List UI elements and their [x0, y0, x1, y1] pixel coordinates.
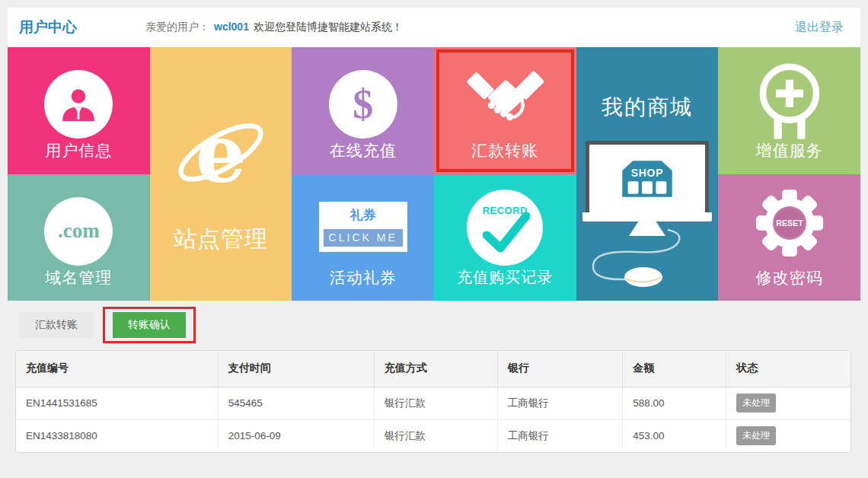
- cell-payment-time: 2015-06-09: [218, 419, 374, 452]
- monitor-base-bar: [582, 212, 712, 221]
- cell-bank: 工商银行: [497, 419, 622, 452]
- table-header-row: 充值编号 支付时间 充值方式 银行 金额 状态: [16, 351, 850, 387]
- table-row: EN1441531685 545465 银行汇款 工商银行 588.00 未处理: [16, 387, 850, 419]
- page-title: 用户中心: [19, 18, 77, 37]
- welcome-prefix: 亲爱的用户：: [145, 21, 209, 33]
- tile-label: 活动礼券: [292, 267, 434, 288]
- col-header-amount: 金额: [623, 351, 726, 387]
- tile-label: 修改密码: [718, 267, 860, 288]
- coupon-title: 礼券: [319, 202, 407, 229]
- tab-transfer-confirm[interactable]: 转账确认: [113, 312, 186, 338]
- tile-label: 在线充值: [292, 140, 434, 161]
- dotcom-icon: .com: [44, 197, 113, 266]
- tile-online-recharge[interactable]: $ 在线充值: [292, 47, 434, 174]
- tile-value-added-services[interactable]: 增值服务: [718, 47, 860, 174]
- tile-site-management[interactable]: e 站点管理: [150, 47, 292, 301]
- shop-monitor-icon: SHOP: [586, 141, 709, 212]
- cell-amount: 588.00: [623, 387, 726, 419]
- col-header-recharge-method: 充值方式: [374, 351, 497, 387]
- top-bar: 用户中心 亲爱的用户：wcl001欢迎您登陆博捷智能建站系统！ 退出登录: [8, 8, 860, 47]
- tile-label: 充值购买记录: [434, 267, 576, 288]
- col-header-payment-time: 支付时间: [218, 351, 374, 387]
- welcome-message: 亲爱的用户：wcl001欢迎您登陆博捷智能建站系统！: [145, 21, 403, 34]
- svg-text:RESET: RESET: [776, 218, 803, 228]
- cell-payment-time: 545465: [218, 387, 374, 419]
- col-header-status: 状态: [726, 351, 850, 387]
- welcome-suffix: 欢迎您登陆博捷智能建站系统！: [254, 21, 403, 33]
- cell-bank: 工商银行: [497, 387, 622, 419]
- col-header-recharge-id: 充值编号: [16, 351, 218, 387]
- tile-my-mall[interactable]: 我的商城 SHOP: [576, 47, 719, 301]
- cell-recharge-id: EN1441531685: [16, 387, 218, 419]
- cell-recharge-method: 银行汇款: [374, 387, 497, 419]
- mouse-icon: [576, 228, 719, 295]
- tile-change-password[interactable]: RESET 修改密码: [718, 174, 860, 301]
- user-icon: [44, 70, 113, 139]
- username: wcl001: [214, 21, 249, 33]
- coupon-icon: 礼券 CLICK ME: [319, 202, 407, 252]
- click-me-button[interactable]: CLICK ME: [324, 229, 403, 247]
- tile-label: 站点管理: [150, 224, 292, 255]
- handshake-icon: [466, 69, 544, 130]
- svg-text:e: e: [196, 108, 247, 201]
- tile-user-info[interactable]: 用户信息: [8, 47, 150, 174]
- transfer-tabs: 汇款转账 转账确认: [19, 307, 196, 343]
- status-badge: 未处理: [736, 394, 776, 413]
- logout-link[interactable]: 退出登录: [795, 20, 844, 36]
- tab-remittance-transfer[interactable]: 汇款转账: [19, 312, 94, 338]
- tile-label: 汇款转账: [434, 140, 576, 161]
- status-badge: 未处理: [736, 426, 776, 445]
- col-header-bank: 银行: [497, 351, 622, 387]
- reset-gear-icon: RESET: [752, 186, 827, 263]
- tile-label: 域名管理: [8, 267, 150, 288]
- dashboard-tile-grid: 用户信息 e 站点管理 $ 在线充值: [8, 47, 860, 301]
- table-row: EN1433818080 2015-06-09 银行汇款 工商银行 453.00…: [16, 419, 850, 452]
- red-annotation-box: 转账确认: [103, 307, 196, 343]
- cell-amount: 453.00: [623, 419, 726, 452]
- cell-recharge-method: 银行汇款: [374, 419, 497, 452]
- user-center-page: 用户中心 亲爱的用户：wcl001欢迎您登陆博捷智能建站系统！ 退出登录 用户信…: [0, 0, 868, 478]
- tile-label: 我的商城: [576, 93, 719, 122]
- plus-circle-icon: [754, 61, 825, 145]
- tile-activity-coupons[interactable]: 礼券 CLICK ME 活动礼券: [292, 174, 434, 301]
- cell-recharge-id: EN1433818080: [16, 419, 218, 452]
- svg-text:SHOP: SHOP: [631, 166, 664, 178]
- ie-logo-icon: e: [174, 108, 268, 206]
- tile-remittance-transfer[interactable]: 汇款转账: [434, 47, 576, 174]
- tile-domain-management[interactable]: .com 域名管理: [8, 174, 150, 301]
- record-check-icon: RECORD: [467, 190, 543, 266]
- tile-recharge-purchase-records[interactable]: RECORD 充值购买记录: [434, 174, 576, 301]
- transfer-records-table: 充值编号 支付时间 充值方式 银行 金额 状态 EN1441531685 545…: [15, 350, 851, 453]
- tile-label: 增值服务: [718, 140, 860, 161]
- tile-label: 用户信息: [8, 140, 150, 161]
- dollar-icon: $: [329, 70, 397, 139]
